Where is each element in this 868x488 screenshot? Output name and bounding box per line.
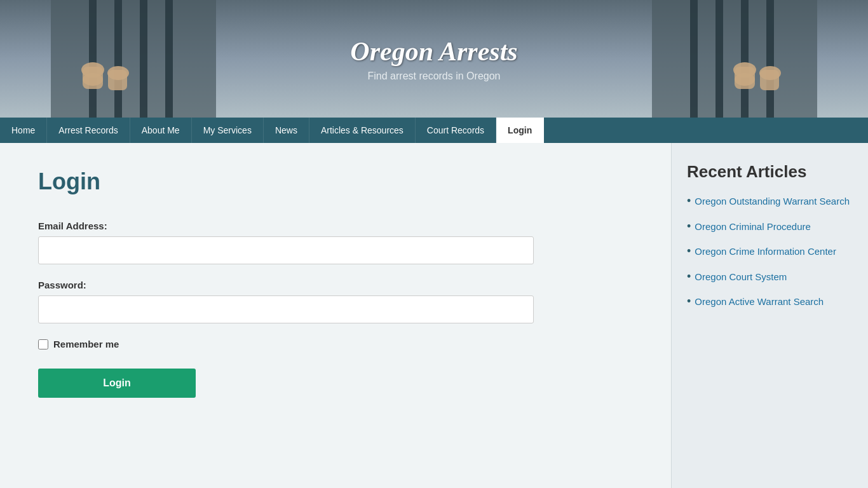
svg-rect-9 <box>108 70 127 90</box>
email-label: Email Address: <box>38 220 633 231</box>
sidebar-title: Recent Articles <box>687 162 853 182</box>
svg-rect-3 <box>140 0 147 118</box>
sidebar: Recent Articles Oregon Outstanding Warra… <box>671 143 868 488</box>
svg-rect-10 <box>652 0 817 118</box>
list-item: Oregon Court System <box>687 270 853 284</box>
article-link-3[interactable]: Oregon Crime Information Center <box>695 245 836 258</box>
svg-rect-12 <box>715 0 723 118</box>
email-group: Email Address: <box>38 220 633 264</box>
nav-arrest-records[interactable]: Arrest Records <box>47 118 130 143</box>
svg-rect-1 <box>89 0 97 118</box>
article-link-2[interactable]: Oregon Criminal Procedure <box>695 220 811 233</box>
svg-rect-7 <box>83 67 103 89</box>
main-nav: Home Arrest Records About Me My Services… <box>0 118 868 143</box>
svg-rect-13 <box>741 0 749 118</box>
svg-rect-2 <box>114 0 122 118</box>
remember-label: Remember me <box>53 339 119 349</box>
password-input[interactable] <box>38 295 534 323</box>
svg-rect-4 <box>165 0 173 118</box>
hands-left-image <box>51 0 216 118</box>
main-container: Login Email Address: Password: Remember … <box>0 143 868 488</box>
password-group: Password: <box>38 280 633 323</box>
list-item: Oregon Criminal Procedure <box>687 220 853 234</box>
remember-group: Remember me <box>38 339 633 349</box>
password-label: Password: <box>38 280 633 290</box>
hands-right-image <box>652 0 817 118</box>
site-header: Oregon Arrests Find arrest records in Or… <box>0 0 868 118</box>
recent-articles-list: Oregon Outstanding Warrant Search Oregon… <box>687 194 853 309</box>
email-input[interactable] <box>38 236 534 264</box>
article-link-5[interactable]: Oregon Active Warrant Search <box>695 295 824 308</box>
site-title: Oregon Arrests <box>350 36 517 67</box>
header-text-block: Oregon Arrests Find arrest records in Or… <box>350 36 517 82</box>
nav-about-me[interactable]: About Me <box>130 118 192 143</box>
login-button[interactable]: Login <box>38 369 196 398</box>
nav-home[interactable]: Home <box>0 118 47 143</box>
nav-login[interactable]: Login <box>496 118 544 143</box>
svg-rect-11 <box>690 0 698 118</box>
site-subtitle: Find arrest records in Oregon <box>350 71 517 82</box>
nav-news[interactable]: News <box>264 118 309 143</box>
nav-my-services[interactable]: My Services <box>192 118 264 143</box>
article-link-1[interactable]: Oregon Outstanding Warrant Search <box>695 194 850 208</box>
list-item: Oregon Active Warrant Search <box>687 295 853 309</box>
list-item: Oregon Crime Information Center <box>687 245 853 259</box>
list-item: Oregon Outstanding Warrant Search <box>687 194 853 208</box>
svg-rect-19 <box>760 70 779 90</box>
svg-rect-0 <box>51 0 216 118</box>
nav-court-records[interactable]: Court Records <box>416 118 496 143</box>
svg-rect-17 <box>735 67 755 89</box>
article-link-4[interactable]: Oregon Court System <box>695 270 787 283</box>
nav-articles-resources[interactable]: Articles & Resources <box>309 118 416 143</box>
content-area: Login Email Address: Password: Remember … <box>0 143 671 488</box>
svg-rect-14 <box>766 0 774 118</box>
remember-checkbox[interactable] <box>38 339 48 349</box>
page-title: Login <box>38 168 633 195</box>
